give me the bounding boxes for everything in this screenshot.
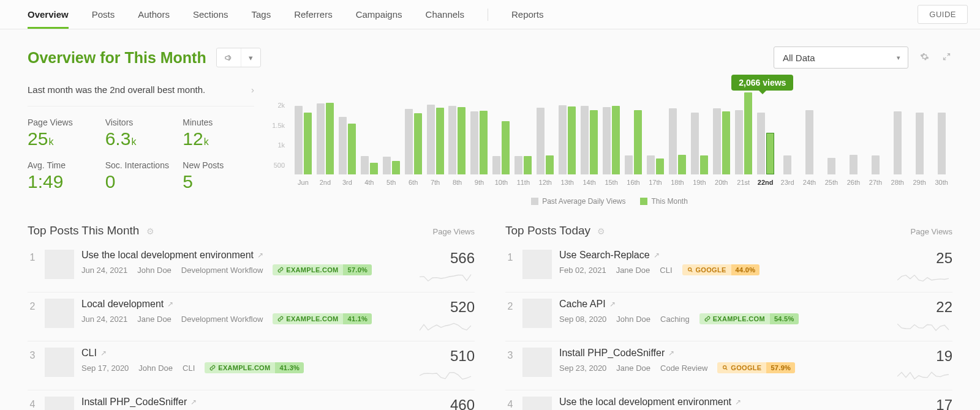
external-link-icon[interactable]: ↗ bbox=[654, 251, 660, 259]
tab-referrers[interactable]: Referrers bbox=[294, 0, 333, 29]
bar-group[interactable] bbox=[710, 108, 733, 174]
bar-group[interactable] bbox=[358, 156, 380, 174]
bar-group[interactable] bbox=[666, 108, 688, 174]
bar-group[interactable] bbox=[886, 111, 908, 174]
bar-group[interactable] bbox=[842, 155, 864, 175]
post-author[interactable]: Jane Doe bbox=[137, 315, 172, 324]
x-tick: 5th bbox=[380, 175, 402, 186]
bar-group[interactable] bbox=[644, 155, 666, 174]
table-row[interactable]: 1Use the local development environment ↗… bbox=[28, 244, 475, 293]
table-row[interactable]: 3CLI ↗Sep 17, 2020John DoeCLI EXAMPLE.CO… bbox=[28, 341, 475, 390]
bar-group[interactable] bbox=[930, 113, 952, 174]
post-title[interactable]: Install PHP_CodeSniffer ↗ bbox=[81, 397, 400, 408]
gear-icon[interactable]: ⚙ bbox=[597, 226, 605, 236]
post-title[interactable]: CLI ↗ bbox=[81, 348, 400, 359]
gear-icon[interactable]: ⚙ bbox=[146, 226, 154, 236]
metric-value: 5 bbox=[183, 171, 254, 192]
announce-dropdown[interactable]: ▾ bbox=[216, 48, 261, 67]
table-row[interactable]: 3Install PHP_CodeSniffer ↗Sep 23, 2020Ja… bbox=[505, 341, 952, 390]
referrer-badge[interactable]: EXAMPLE.COM54.5% bbox=[699, 313, 799, 324]
legend-swatch bbox=[531, 198, 538, 205]
bar-group[interactable] bbox=[600, 106, 622, 174]
bar-group[interactable] bbox=[512, 156, 534, 174]
bar-group[interactable] bbox=[733, 92, 755, 174]
bar-group[interactable] bbox=[777, 155, 799, 174]
bar-group[interactable] bbox=[908, 113, 930, 174]
data-filter-select[interactable]: All Data bbox=[774, 47, 908, 69]
bar-group[interactable] bbox=[336, 117, 358, 174]
bar-group[interactable] bbox=[468, 111, 490, 174]
post-author[interactable]: John Doe bbox=[138, 363, 173, 373]
table-row[interactable]: 2Local development ↗Jun 24, 2021Jane Doe… bbox=[28, 293, 475, 341]
bar-group[interactable] bbox=[402, 109, 424, 174]
referrer-badge[interactable]: EXAMPLE.COM57.0% bbox=[273, 264, 372, 275]
bar-group[interactable] bbox=[556, 105, 578, 174]
post-section[interactable]: Code Review bbox=[660, 363, 707, 373]
post-section[interactable]: CLI bbox=[183, 363, 195, 373]
tab-channels[interactable]: Channels bbox=[426, 0, 464, 29]
external-link-icon[interactable]: ↗ bbox=[190, 398, 197, 406]
post-author[interactable]: Jane Doe bbox=[616, 363, 650, 373]
bar-group[interactable] bbox=[578, 106, 600, 174]
tab-sections[interactable]: Sections bbox=[193, 0, 228, 29]
post-section[interactable]: Caching bbox=[660, 315, 690, 324]
referrer-pct: 57.9% bbox=[766, 362, 795, 373]
expand-icon[interactable] bbox=[940, 52, 952, 63]
bar-current bbox=[612, 106, 620, 174]
bar-group[interactable] bbox=[755, 113, 777, 174]
tab-authors[interactable]: Authors bbox=[138, 0, 170, 29]
bar-group[interactable] bbox=[534, 108, 556, 174]
referrer-badge[interactable]: GOOGLE44.0% bbox=[682, 264, 760, 275]
table-row[interactable]: 1Use Search-Replace ↗Feb 02, 2021Jane Do… bbox=[505, 244, 952, 293]
post-author[interactable]: John Doe bbox=[137, 266, 172, 275]
tab-tags[interactable]: Tags bbox=[251, 0, 271, 29]
tab-posts[interactable]: Posts bbox=[92, 0, 115, 29]
referrer-badge[interactable]: EXAMPLE.COM41.1% bbox=[273, 313, 372, 324]
insight-row[interactable]: Last month was the 2nd overall best mont… bbox=[28, 80, 254, 106]
external-link-icon[interactable]: ↗ bbox=[167, 300, 173, 308]
legend-label: This Month bbox=[651, 197, 687, 206]
bar-group[interactable] bbox=[380, 157, 402, 174]
external-link-icon[interactable]: ↗ bbox=[609, 300, 616, 308]
external-link-icon[interactable]: ↗ bbox=[257, 251, 263, 259]
post-section[interactable]: CLI bbox=[660, 266, 672, 275]
external-link-icon[interactable]: ↗ bbox=[100, 349, 107, 357]
table-metric-label: Page Views bbox=[911, 227, 952, 236]
post-title[interactable]: Local development ↗ bbox=[81, 299, 400, 310]
table-row[interactable]: 4Use the local development environment ↗… bbox=[505, 390, 952, 410]
x-tick: 8th bbox=[447, 175, 469, 186]
bar-group[interactable] bbox=[688, 113, 710, 174]
post-title[interactable]: Cache API ↗ bbox=[559, 299, 878, 310]
tab-overview[interactable]: Overview bbox=[28, 0, 69, 29]
bar-group[interactable] bbox=[424, 105, 447, 174]
post-title[interactable]: Use the local development environment ↗ bbox=[559, 397, 878, 408]
bar-group[interactable] bbox=[820, 158, 842, 174]
bar-group[interactable] bbox=[447, 106, 469, 174]
guide-button[interactable]: GUIDE bbox=[918, 5, 968, 24]
referrer-badge[interactable]: GOOGLE57.9% bbox=[717, 362, 795, 373]
post-title[interactable]: Use Search-Replace ↗ bbox=[559, 250, 878, 261]
post-title[interactable]: Install PHP_CodeSniffer ↗ bbox=[559, 348, 878, 359]
bar-group[interactable] bbox=[798, 110, 820, 174]
referrer-badge[interactable]: EXAMPLE.COM41.3% bbox=[205, 362, 304, 373]
bar-group[interactable] bbox=[292, 106, 314, 174]
post-title[interactable]: Use the local development environment ↗ bbox=[81, 250, 400, 261]
bar-current bbox=[524, 156, 532, 174]
tab-reports[interactable]: Reports bbox=[511, 0, 544, 29]
post-author[interactable]: Jane Doe bbox=[616, 266, 650, 275]
bar-group[interactable] bbox=[314, 103, 336, 174]
post-author[interactable]: John Doe bbox=[616, 315, 650, 324]
bar-group[interactable] bbox=[864, 155, 886, 174]
post-section[interactable]: Development Workflow bbox=[181, 266, 263, 275]
bar-group[interactable] bbox=[490, 121, 512, 174]
post-section[interactable]: Development Workflow bbox=[181, 315, 263, 324]
post-meta: Sep 08, 2020John DoeCaching EXAMPLE.COM5… bbox=[559, 313, 878, 324]
external-link-icon[interactable]: ↗ bbox=[735, 398, 741, 406]
tab-campaigns[interactable]: Campaigns bbox=[356, 0, 402, 29]
settings-icon[interactable] bbox=[918, 52, 930, 63]
table-row[interactable]: 4Install PHP_CodeSniffer ↗Sep 23, 2020Ja… bbox=[28, 390, 475, 410]
table-metric-label: Page Views bbox=[433, 227, 475, 236]
external-link-icon[interactable]: ↗ bbox=[668, 349, 674, 357]
bar-group[interactable] bbox=[622, 110, 644, 174]
table-row[interactable]: 2Cache API ↗Sep 08, 2020John DoeCaching … bbox=[505, 293, 952, 341]
